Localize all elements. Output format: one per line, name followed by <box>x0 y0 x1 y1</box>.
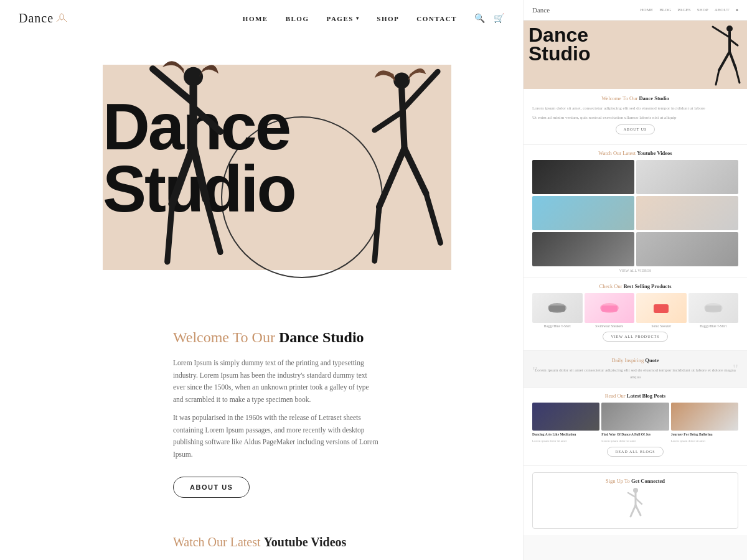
chevron-down-icon: ▾ <box>356 16 360 21</box>
sidebar-view-all-videos[interactable]: VIEW ALL VIDEOS <box>532 269 738 273</box>
sidebar-read-all[interactable]: READ ALL BLOGS <box>607 447 663 457</box>
dancer-left <box>143 58 240 301</box>
svg-line-14 <box>375 112 402 130</box>
sidebar-nav-home[interactable]: HOME <box>641 7 654 12</box>
sidebar-video-grid <box>532 160 738 266</box>
sidebar-nav-dot: ● <box>736 7 738 12</box>
svg-line-7 <box>172 146 194 204</box>
watch-section: Watch Our Latest Youtube Videos <box>0 516 523 560</box>
svg-line-1 <box>57 19 60 22</box>
sidebar-vid-5[interactable] <box>532 232 634 266</box>
product-item-4[interactable]: Baggy/Blue T-Shirt <box>688 293 739 328</box>
sidebar-vid-1[interactable] <box>532 160 634 194</box>
sidebar-nav-blog[interactable]: BLOG <box>659 7 671 12</box>
blog-post-1[interactable]: Dancing Arts Like Meditation Lorem ipsum… <box>532 403 599 442</box>
sidebar-vid-2[interactable] <box>636 160 738 194</box>
svg-line-10 <box>206 199 220 252</box>
sidebar-about-button[interactable]: ABOUT US <box>616 124 655 134</box>
product-item-1[interactable]: Baggy/Blue T-Shirt <box>532 293 583 328</box>
sidebar-nav: HOME BLOG PAGES SHOP ABOUT ● <box>641 7 738 12</box>
svg-line-9 <box>167 204 172 262</box>
blog-post-2[interactable]: Find Way Of Dance A Full Of Joy Lorem ip… <box>601 403 669 442</box>
sidebar-welcome-text1: Lorem ipsum dolor sit amet, consectetur … <box>532 105 738 112</box>
sidebar-nav-shop[interactable]: SHOP <box>697 7 708 12</box>
sidebar-nav-about[interactable]: ABOUT <box>715 7 730 12</box>
nav-pages[interactable]: PAGES ▾ <box>326 15 359 22</box>
blog-img-3 <box>671 403 738 431</box>
product-label-1: Baggy/Blue T-Shirt <box>532 324 583 328</box>
blog-excerpt-3: Lorem ipsum dolor sit amet <box>671 439 738 443</box>
svg-point-0 <box>60 14 63 20</box>
hero-circle <box>221 116 383 278</box>
sidebar-vid-6[interactable] <box>636 232 738 266</box>
sidebar-dancer <box>703 24 741 86</box>
svg-rect-35 <box>549 306 565 312</box>
product-item-3[interactable]: Sonic Sweater <box>636 293 687 328</box>
logo[interactable]: Dance <box>19 11 68 26</box>
nav-icons: 🔍 🛒 <box>474 13 504 24</box>
svg-line-6 <box>194 108 220 132</box>
svg-line-45 <box>631 505 636 516</box>
welcome-title: Welcome To Our Dance Studio <box>173 329 504 346</box>
sidebar-blog-grid: Dancing Arts Like Meditation Lorem ipsum… <box>532 403 738 442</box>
sidebar-signup-title: Sign Up To Get Connected <box>538 478 733 484</box>
nav-blog[interactable]: BLOG <box>286 15 309 22</box>
signup-dancer <box>623 487 648 521</box>
sidebar-quote-title: Daily Inspiring Quote <box>532 357 738 363</box>
sidebar-quote: " Daily Inspiring Quote Lorem ipsum dolo… <box>524 351 747 388</box>
sidebar-quote-text: Lorem ipsum dolor sit amet consectetur a… <box>532 367 738 381</box>
nav-shop[interactable]: SHOP <box>377 15 399 22</box>
product-label-3: Sonic Sweater <box>636 324 687 328</box>
nav: HOME BLOG PAGES ▾ SHOP CONTACT 🔍 🛒 <box>243 13 504 24</box>
svg-line-32 <box>716 70 719 85</box>
main-panel: Dance HOME BLOG PAGES ▾ SHOP CONTACT 🔍 🛒 <box>0 0 523 560</box>
svg-line-30 <box>719 52 730 70</box>
sidebar-welcome-title: Welcome To Our Dance Studio <box>532 95 738 101</box>
sidebar-vid-3[interactable] <box>532 196 634 230</box>
sidebar-signup: Sign Up To Get Connected <box>524 466 747 535</box>
welcome-paragraph-1: Lorem Ipsum is simply dummy text of the … <box>173 357 378 406</box>
sidebar: Dance HOME BLOG PAGES SHOP ABOUT ● Dance… <box>523 0 747 560</box>
nav-home[interactable]: HOME <box>243 15 268 22</box>
sidebar-hero-title: Dance Studio <box>529 26 591 63</box>
svg-line-46 <box>636 505 641 515</box>
dancer-right <box>361 62 451 298</box>
quote-mark-right: " <box>733 362 738 376</box>
svg-line-12 <box>402 89 404 149</box>
blog-excerpt-2: Lorem ipsum dolor sit amet <box>601 439 669 443</box>
sidebar-nav-pages[interactable]: PAGES <box>677 7 691 12</box>
svg-line-18 <box>426 194 440 243</box>
blog-title-2: Find Way Of Dance A Full Of Joy <box>601 432 669 437</box>
about-us-button[interactable]: ABOUT US <box>173 477 250 498</box>
svg-line-17 <box>375 207 379 261</box>
svg-line-2 <box>63 19 67 22</box>
sidebar-signup-inner: Sign Up To Get Connected <box>532 472 738 529</box>
svg-line-43 <box>628 493 636 497</box>
product-label-4: Baggy/Blue T-Shirt <box>688 324 739 328</box>
header: Dance HOME BLOG PAGES ▾ SHOP CONTACT 🔍 🛒 <box>0 0 523 37</box>
welcome-section: Welcome To Our Dance Studio Lorem Ipsum … <box>0 298 523 516</box>
svg-line-31 <box>730 52 736 68</box>
sidebar-product-grid: Baggy/Blue T-Shirt Swimwear Sneakers Son… <box>532 293 738 328</box>
nav-contact[interactable]: CONTACT <box>416 15 457 22</box>
sidebar-welcome: Welcome To Our Dance Studio Lorem ipsum … <box>524 89 747 145</box>
watch-title: Watch Our Latest Youtube Videos <box>173 535 504 549</box>
sidebar-yt-title: Watch Our Latest Youtube Videos <box>532 150 738 156</box>
search-icon[interactable]: 🔍 <box>474 13 485 24</box>
sidebar-vid-4[interactable] <box>636 196 738 230</box>
sidebar-blog-title: Read Our Latest Blog Posts <box>532 393 738 399</box>
hero-section: Dance Studio <box>0 37 523 298</box>
sidebar-products: Check Our Best Selling Products Baggy/Bl… <box>524 278 747 351</box>
sidebar-view-all-products[interactable]: VIEW ALL PRODUCTS <box>603 332 667 342</box>
blog-img-2 <box>601 403 669 431</box>
sidebar-youtube: Watch Our Latest Youtube Videos VIEW ALL… <box>524 145 747 278</box>
cart-icon[interactable]: 🛒 <box>494 13 504 24</box>
sidebar-header: Dance HOME BLOG PAGES SHOP ABOUT ● <box>524 0 747 21</box>
svg-line-33 <box>736 68 740 83</box>
logo-text: Dance <box>19 11 54 26</box>
sidebar-logo: Dance <box>532 6 550 14</box>
product-item-2[interactable]: Swimwear Sneakers <box>585 293 635 328</box>
product-label-2: Swimwear Sneakers <box>585 324 635 328</box>
blog-post-3[interactable]: Journey For Being Ballerina Lorem ipsum … <box>671 403 738 442</box>
quote-mark-left: " <box>532 365 538 378</box>
